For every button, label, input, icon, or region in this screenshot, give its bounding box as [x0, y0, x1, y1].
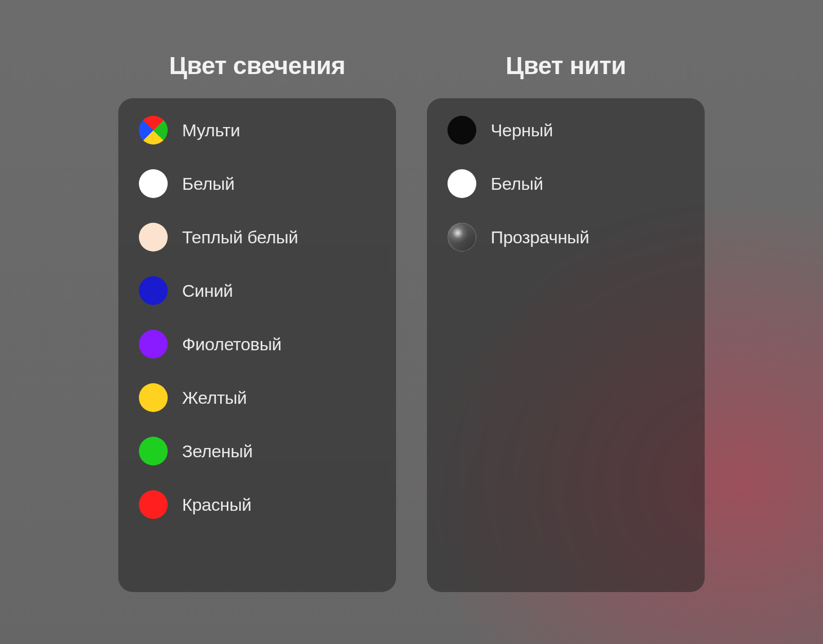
glow-color-green-swatch-icon — [139, 437, 168, 466]
thread-color-white[interactable]: Белый — [448, 169, 684, 198]
glow-color-purple-label: Фиолетовый — [182, 334, 281, 354]
glow-color-warm-white-swatch-icon — [139, 223, 168, 252]
glow-color-green-label: Зеленый — [182, 441, 253, 461]
glow-color-blue-label: Синий — [182, 281, 233, 301]
thread-color-black-swatch-icon — [448, 116, 476, 145]
thread-color-white-swatch-icon — [448, 169, 476, 198]
glow-color-yellow-label: Желтый — [182, 388, 247, 408]
glow-color-red-swatch-icon — [139, 490, 168, 519]
thread-color-title: Цвет нити — [427, 51, 705, 80]
thread-color-black[interactable]: Черный — [448, 116, 684, 145]
color-picker-container: Цвет свечения МультиБелыйТеплый белыйСин… — [0, 0, 823, 592]
glow-color-multi-swatch-icon — [139, 116, 168, 145]
glow-color-purple-swatch-icon — [139, 330, 168, 359]
glow-color-blue[interactable]: Синий — [139, 276, 375, 305]
glow-color-column: Цвет свечения МультиБелыйТеплый белыйСин… — [118, 51, 396, 592]
glow-color-green[interactable]: Зеленый — [139, 437, 375, 466]
glow-color-card: МультиБелыйТеплый белыйСинийФиолетовыйЖе… — [118, 98, 396, 592]
glow-color-white-swatch-icon — [139, 169, 168, 198]
glow-color-yellow[interactable]: Желтый — [139, 383, 375, 412]
glow-color-list: МультиБелыйТеплый белыйСинийФиолетовыйЖе… — [139, 116, 375, 519]
thread-color-column: Цвет нити ЧерныйБелыйПрозрачный — [427, 51, 705, 592]
glow-color-white[interactable]: Белый — [139, 169, 375, 198]
glow-color-warm-white-label: Теплый белый — [182, 227, 298, 247]
thread-color-white-label: Белый — [491, 174, 543, 194]
glow-color-blue-swatch-icon — [139, 276, 168, 305]
thread-color-transparent-label: Прозрачный — [491, 227, 589, 247]
thread-color-list: ЧерныйБелыйПрозрачный — [448, 116, 684, 252]
thread-color-card: ЧерныйБелыйПрозрачный — [427, 98, 705, 592]
glow-color-red-label: Красный — [182, 495, 252, 515]
glow-color-white-label: Белый — [182, 174, 235, 194]
glow-color-yellow-swatch-icon — [139, 383, 168, 412]
glow-color-red[interactable]: Красный — [139, 490, 375, 519]
glow-color-title: Цвет свечения — [118, 51, 396, 80]
glow-color-warm-white[interactable]: Теплый белый — [139, 223, 375, 252]
thread-color-transparent-swatch-icon — [448, 223, 476, 252]
glow-color-multi[interactable]: Мульти — [139, 116, 375, 145]
glow-color-purple[interactable]: Фиолетовый — [139, 330, 375, 359]
thread-color-transparent[interactable]: Прозрачный — [448, 223, 684, 252]
thread-color-black-label: Черный — [491, 120, 553, 140]
glow-color-multi-label: Мульти — [182, 120, 240, 140]
